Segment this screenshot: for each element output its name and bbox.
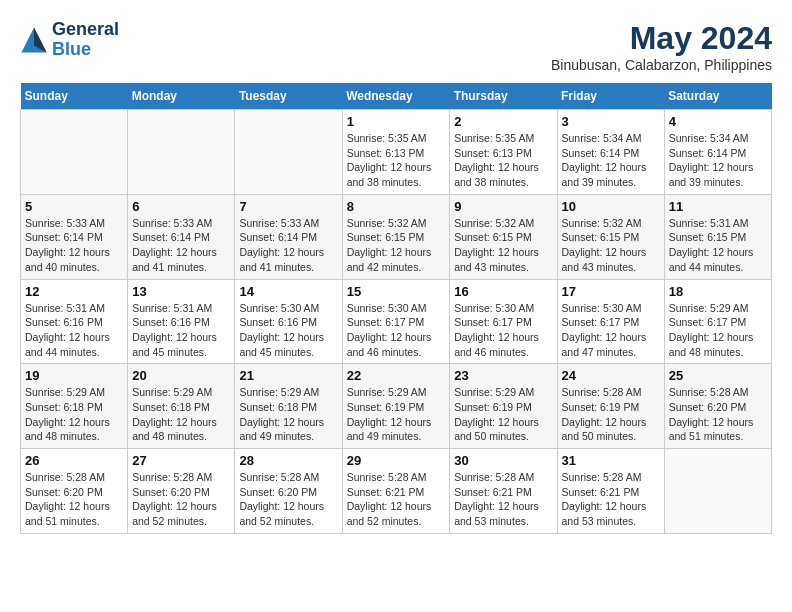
day-info: Sunrise: 5:30 AM Sunset: 6:17 PM Dayligh… (562, 301, 660, 360)
calendar-cell: 10Sunrise: 5:32 AM Sunset: 6:15 PM Dayli… (557, 194, 664, 279)
day-info: Sunrise: 5:28 AM Sunset: 6:21 PM Dayligh… (347, 470, 446, 529)
day-info: Sunrise: 5:33 AM Sunset: 6:14 PM Dayligh… (25, 216, 123, 275)
day-number: 23 (454, 368, 552, 383)
day-number: 14 (239, 284, 337, 299)
calendar-table: SundayMondayTuesdayWednesdayThursdayFrid… (20, 83, 772, 534)
day-info: Sunrise: 5:32 AM Sunset: 6:15 PM Dayligh… (562, 216, 660, 275)
day-number: 3 (562, 114, 660, 129)
day-info: Sunrise: 5:35 AM Sunset: 6:13 PM Dayligh… (454, 131, 552, 190)
calendar-cell: 25Sunrise: 5:28 AM Sunset: 6:20 PM Dayli… (664, 364, 771, 449)
location-subtitle: Binubusan, Calabarzon, Philippines (551, 57, 772, 73)
calendar-cell: 17Sunrise: 5:30 AM Sunset: 6:17 PM Dayli… (557, 279, 664, 364)
day-number: 27 (132, 453, 230, 468)
calendar-week-2: 5Sunrise: 5:33 AM Sunset: 6:14 PM Daylig… (21, 194, 772, 279)
day-info: Sunrise: 5:30 AM Sunset: 6:17 PM Dayligh… (347, 301, 446, 360)
month-title: May 2024 (551, 20, 772, 57)
day-info: Sunrise: 5:31 AM Sunset: 6:16 PM Dayligh… (25, 301, 123, 360)
day-number: 11 (669, 199, 767, 214)
calendar-cell: 6Sunrise: 5:33 AM Sunset: 6:14 PM Daylig… (128, 194, 235, 279)
day-info: Sunrise: 5:32 AM Sunset: 6:15 PM Dayligh… (454, 216, 552, 275)
day-info: Sunrise: 5:30 AM Sunset: 6:17 PM Dayligh… (454, 301, 552, 360)
day-number: 7 (239, 199, 337, 214)
calendar-cell: 9Sunrise: 5:32 AM Sunset: 6:15 PM Daylig… (450, 194, 557, 279)
calendar-cell: 28Sunrise: 5:28 AM Sunset: 6:20 PM Dayli… (235, 449, 342, 534)
day-number: 5 (25, 199, 123, 214)
day-info: Sunrise: 5:29 AM Sunset: 6:18 PM Dayligh… (25, 385, 123, 444)
day-number: 20 (132, 368, 230, 383)
calendar-cell: 1Sunrise: 5:35 AM Sunset: 6:13 PM Daylig… (342, 110, 450, 195)
weekday-header-tuesday: Tuesday (235, 83, 342, 110)
day-number: 1 (347, 114, 446, 129)
logo-text: General Blue (52, 20, 119, 60)
logo-icon (20, 26, 48, 54)
day-number: 25 (669, 368, 767, 383)
day-info: Sunrise: 5:29 AM Sunset: 6:17 PM Dayligh… (669, 301, 767, 360)
day-number: 17 (562, 284, 660, 299)
calendar-cell: 3Sunrise: 5:34 AM Sunset: 6:14 PM Daylig… (557, 110, 664, 195)
calendar-cell: 27Sunrise: 5:28 AM Sunset: 6:20 PM Dayli… (128, 449, 235, 534)
calendar-week-5: 26Sunrise: 5:28 AM Sunset: 6:20 PM Dayli… (21, 449, 772, 534)
day-info: Sunrise: 5:28 AM Sunset: 6:21 PM Dayligh… (454, 470, 552, 529)
logo: General Blue (20, 20, 119, 60)
day-info: Sunrise: 5:34 AM Sunset: 6:14 PM Dayligh… (562, 131, 660, 190)
calendar-cell (128, 110, 235, 195)
day-number: 2 (454, 114, 552, 129)
calendar-cell: 23Sunrise: 5:29 AM Sunset: 6:19 PM Dayli… (450, 364, 557, 449)
calendar-cell: 2Sunrise: 5:35 AM Sunset: 6:13 PM Daylig… (450, 110, 557, 195)
weekday-header-monday: Monday (128, 83, 235, 110)
weekday-header-row: SundayMondayTuesdayWednesdayThursdayFrid… (21, 83, 772, 110)
day-number: 15 (347, 284, 446, 299)
day-info: Sunrise: 5:29 AM Sunset: 6:18 PM Dayligh… (132, 385, 230, 444)
calendar-cell: 21Sunrise: 5:29 AM Sunset: 6:18 PM Dayli… (235, 364, 342, 449)
calendar-cell: 16Sunrise: 5:30 AM Sunset: 6:17 PM Dayli… (450, 279, 557, 364)
day-info: Sunrise: 5:28 AM Sunset: 6:20 PM Dayligh… (239, 470, 337, 529)
calendar-cell: 13Sunrise: 5:31 AM Sunset: 6:16 PM Dayli… (128, 279, 235, 364)
day-info: Sunrise: 5:29 AM Sunset: 6:18 PM Dayligh… (239, 385, 337, 444)
day-number: 22 (347, 368, 446, 383)
title-block: May 2024 Binubusan, Calabarzon, Philippi… (551, 20, 772, 73)
calendar-cell: 7Sunrise: 5:33 AM Sunset: 6:14 PM Daylig… (235, 194, 342, 279)
day-info: Sunrise: 5:28 AM Sunset: 6:21 PM Dayligh… (562, 470, 660, 529)
weekday-header-saturday: Saturday (664, 83, 771, 110)
weekday-header-sunday: Sunday (21, 83, 128, 110)
day-info: Sunrise: 5:35 AM Sunset: 6:13 PM Dayligh… (347, 131, 446, 190)
calendar-cell: 31Sunrise: 5:28 AM Sunset: 6:21 PM Dayli… (557, 449, 664, 534)
calendar-week-4: 19Sunrise: 5:29 AM Sunset: 6:18 PM Dayli… (21, 364, 772, 449)
calendar-cell: 24Sunrise: 5:28 AM Sunset: 6:19 PM Dayli… (557, 364, 664, 449)
day-number: 30 (454, 453, 552, 468)
page-header: General Blue May 2024 Binubusan, Calabar… (20, 20, 772, 73)
day-info: Sunrise: 5:28 AM Sunset: 6:19 PM Dayligh… (562, 385, 660, 444)
calendar-cell: 11Sunrise: 5:31 AM Sunset: 6:15 PM Dayli… (664, 194, 771, 279)
day-number: 19 (25, 368, 123, 383)
day-number: 4 (669, 114, 767, 129)
day-number: 10 (562, 199, 660, 214)
day-info: Sunrise: 5:28 AM Sunset: 6:20 PM Dayligh… (669, 385, 767, 444)
day-info: Sunrise: 5:30 AM Sunset: 6:16 PM Dayligh… (239, 301, 337, 360)
day-number: 28 (239, 453, 337, 468)
day-info: Sunrise: 5:31 AM Sunset: 6:15 PM Dayligh… (669, 216, 767, 275)
calendar-cell: 29Sunrise: 5:28 AM Sunset: 6:21 PM Dayli… (342, 449, 450, 534)
day-info: Sunrise: 5:33 AM Sunset: 6:14 PM Dayligh… (239, 216, 337, 275)
day-number: 18 (669, 284, 767, 299)
weekday-header-friday: Friday (557, 83, 664, 110)
weekday-header-wednesday: Wednesday (342, 83, 450, 110)
day-number: 6 (132, 199, 230, 214)
calendar-cell (664, 449, 771, 534)
day-info: Sunrise: 5:28 AM Sunset: 6:20 PM Dayligh… (25, 470, 123, 529)
day-number: 16 (454, 284, 552, 299)
calendar-cell (21, 110, 128, 195)
calendar-cell: 26Sunrise: 5:28 AM Sunset: 6:20 PM Dayli… (21, 449, 128, 534)
day-number: 8 (347, 199, 446, 214)
calendar-cell (235, 110, 342, 195)
day-number: 12 (25, 284, 123, 299)
calendar-week-1: 1Sunrise: 5:35 AM Sunset: 6:13 PM Daylig… (21, 110, 772, 195)
calendar-cell: 30Sunrise: 5:28 AM Sunset: 6:21 PM Dayli… (450, 449, 557, 534)
day-info: Sunrise: 5:34 AM Sunset: 6:14 PM Dayligh… (669, 131, 767, 190)
day-info: Sunrise: 5:28 AM Sunset: 6:20 PM Dayligh… (132, 470, 230, 529)
day-info: Sunrise: 5:31 AM Sunset: 6:16 PM Dayligh… (132, 301, 230, 360)
day-number: 31 (562, 453, 660, 468)
day-number: 26 (25, 453, 123, 468)
day-info: Sunrise: 5:32 AM Sunset: 6:15 PM Dayligh… (347, 216, 446, 275)
calendar-week-3: 12Sunrise: 5:31 AM Sunset: 6:16 PM Dayli… (21, 279, 772, 364)
calendar-cell: 15Sunrise: 5:30 AM Sunset: 6:17 PM Dayli… (342, 279, 450, 364)
